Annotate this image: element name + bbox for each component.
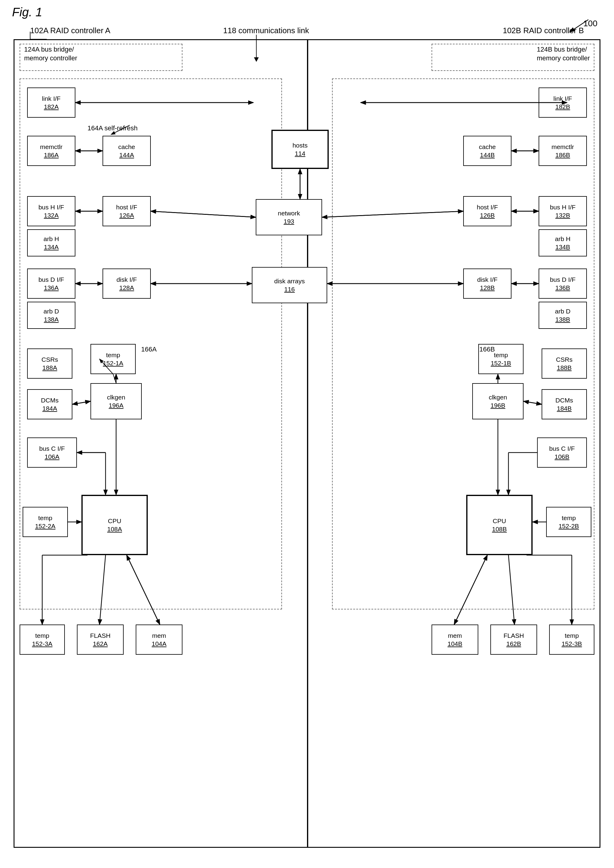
- mem-b: mem 104B: [431, 624, 478, 655]
- link-if-b: link I/F 182B: [539, 87, 587, 118]
- csrs-a: CSRs 188A: [27, 348, 72, 379]
- flash-b: FLASH 162B: [490, 624, 537, 655]
- bus-h-if-a: bus H I/F 132A: [27, 196, 75, 226]
- link-if-a: link I/F 182A: [27, 87, 75, 118]
- label-102b: 102B RAID controller B: [503, 26, 584, 35]
- self-refresh-arrow: [84, 121, 139, 139]
- svg-marker-4: [254, 57, 259, 62]
- bus-d-if-b: bus D I/F 136B: [539, 269, 587, 299]
- csrs-b: CSRs 188B: [542, 348, 587, 379]
- temp-152-1a: temp 152-1A: [90, 344, 136, 374]
- disk-if-b: disk I/F 128B: [463, 269, 512, 299]
- disk-if-a: disk I/F 128A: [102, 269, 151, 299]
- comm-link-line: [250, 35, 262, 65]
- temp-152-2a: temp 152-2A: [23, 507, 68, 537]
- cpu-a: CPU 108A: [81, 495, 148, 555]
- host-if-a: host I/F 126A: [102, 196, 151, 226]
- bus-d-if-a: bus D I/F 136A: [27, 269, 75, 299]
- arb-d-b: arb D 138B: [539, 302, 587, 329]
- hosts: hosts 114: [271, 130, 329, 169]
- bus-c-if-a: bus C I/F 106A: [27, 438, 77, 467]
- clkgen-b: clkgen 196B: [472, 383, 524, 419]
- disk-arrays: disk arrays 116: [252, 267, 327, 303]
- temp-152-2b: temp 152-2B: [546, 507, 591, 537]
- cpu-b: CPU 108B: [466, 495, 533, 555]
- fig-label: Fig. 1: [12, 5, 42, 19]
- arb-d-a: arb D 138A: [27, 302, 75, 329]
- label-166a: 166A: [141, 345, 157, 353]
- memctlr-a: memctlr 186A: [27, 136, 75, 166]
- bus-h-if-b: bus H I/F 132B: [539, 196, 587, 226]
- label-166b: 166B: [479, 345, 495, 353]
- svg-line-5: [112, 125, 130, 134]
- arb-h-b: arb H 134B: [539, 229, 587, 256]
- memctlr-b: memctlr 186B: [539, 136, 587, 166]
- mem-a: mem 104A: [136, 624, 183, 655]
- label-118: 118 communications link: [223, 26, 309, 35]
- cache-a: cache 144A: [102, 136, 151, 166]
- bracket-102a: [29, 30, 89, 41]
- arb-h-a: arb H 134A: [27, 229, 75, 256]
- flash-a: FLASH 162A: [77, 624, 124, 655]
- dcms-a: DCMs 184A: [27, 389, 72, 419]
- temp-152-3b: temp 152-3B: [549, 624, 594, 655]
- bus-bridge-b-label: 124B bus bridge/memory controller: [537, 45, 590, 62]
- clkgen-a: clkgen 196A: [90, 383, 142, 419]
- cache-b: cache 144B: [463, 136, 512, 166]
- bus-bridge-a-label: 124A bus bridge/memory controller: [24, 45, 77, 62]
- temp-152-3a: temp 152-3A: [20, 624, 65, 655]
- host-if-b: host I/F 126B: [463, 196, 512, 226]
- bus-c-if-b: bus C I/F 106B: [537, 438, 587, 467]
- network: network 193: [256, 199, 322, 235]
- dcms-b: DCMs 184B: [542, 389, 587, 419]
